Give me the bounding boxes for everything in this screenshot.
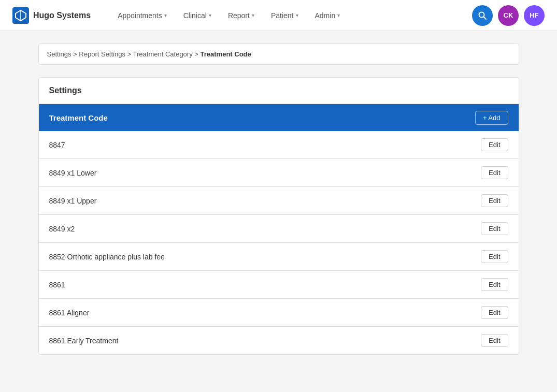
svg-line-4 (484, 17, 487, 19)
nav-item-appointments[interactable]: Appointments▾ (111, 7, 173, 24)
treatment-code-header: Treatment Code + Add (39, 104, 519, 131)
settings-panel: Settings Treatment Code + Add 8847 Edit … (38, 77, 519, 355)
breadcrumb-item-treatment-category[interactable]: Treatment Category (133, 50, 193, 58)
brand-logo-icon (12, 7, 29, 24)
breadcrumb-item-report-settings[interactable]: Report Settings (79, 50, 125, 58)
table-row: 8861 Aligner Edit (39, 299, 519, 327)
edit-button[interactable]: Edit (481, 278, 508, 291)
settings-heading: Settings (39, 78, 519, 104)
edit-button[interactable]: Edit (481, 222, 508, 235)
navbar: Hugo Systems Appointments▾Clinical▾Repor… (0, 0, 557, 31)
nav-item-report[interactable]: Report▾ (222, 7, 261, 24)
chevron-down-icon: ▾ (337, 12, 340, 18)
search-button[interactable] (472, 5, 493, 26)
nav-item-clinical[interactable]: Clinical▾ (177, 7, 218, 24)
nav-label-report: Report (228, 11, 250, 20)
breadcrumb-separator: > (194, 50, 198, 58)
nav-item-patient[interactable]: Patient▾ (265, 7, 305, 24)
avatar-ck[interactable]: CK (498, 5, 519, 26)
breadcrumb-current: Treatment Code (201, 50, 251, 58)
breadcrumb-item-settings[interactable]: Settings (47, 50, 72, 58)
edit-button[interactable]: Edit (481, 250, 508, 263)
edit-button[interactable]: Edit (481, 138, 508, 151)
item-name: 8861 (49, 281, 65, 289)
breadcrumb-separator: > (73, 50, 77, 58)
edit-button[interactable]: Edit (481, 306, 508, 319)
item-name: 8847 (49, 141, 65, 149)
brand-logo-link[interactable]: Hugo Systems (12, 7, 91, 24)
item-name: 8849 x1 Lower (49, 169, 97, 177)
nav-label-appointments: Appointments (118, 11, 162, 20)
nav-label-clinical: Clinical (183, 11, 207, 20)
breadcrumb-separator: > (127, 50, 132, 58)
chevron-down-icon: ▾ (252, 12, 254, 18)
navbar-actions: CK HF (472, 5, 545, 26)
nav-label-admin: Admin (315, 11, 336, 20)
item-name: 8861 Aligner (49, 309, 90, 317)
table-row: 8849 x1 Lower Edit (39, 159, 519, 187)
item-name: 8861 Early Treatment (49, 337, 119, 345)
item-name: 8852 Orthotic appliance plus lab fee (49, 253, 165, 261)
search-icon (478, 11, 487, 20)
table-row: 8861 Edit (39, 271, 519, 299)
chevron-down-icon: ▾ (164, 12, 167, 18)
table-row: 8852 Orthotic appliance plus lab fee Edi… (39, 243, 519, 271)
avatar-hf[interactable]: HF (524, 5, 545, 26)
main-content: Settings > Report Settings > Treatment C… (30, 31, 527, 367)
chevron-down-icon: ▾ (209, 12, 211, 18)
treatment-code-title: Treatment Code (49, 113, 108, 122)
table-row: 8861 Early Treatment Edit (39, 327, 519, 354)
item-name: 8849 x1 Upper (49, 197, 97, 205)
chevron-down-icon: ▾ (296, 12, 298, 18)
table-row: 8849 x1 Upper Edit (39, 187, 519, 215)
navbar-nav: Appointments▾Clinical▾Report▾Patient▾Adm… (111, 7, 472, 24)
nav-label-patient: Patient (271, 11, 294, 20)
add-button[interactable]: + Add (475, 111, 508, 125)
brand-name: Hugo Systems (33, 11, 91, 20)
edit-button[interactable]: Edit (481, 334, 508, 347)
breadcrumb: Settings > Report Settings > Treatment C… (38, 43, 519, 65)
table-row: 8847 Edit (39, 131, 519, 159)
treatment-code-list: 8847 Edit 8849 x1 Lower Edit 8849 x1 Upp… (39, 131, 519, 354)
edit-button[interactable]: Edit (481, 166, 508, 179)
nav-item-admin[interactable]: Admin▾ (309, 7, 347, 24)
edit-button[interactable]: Edit (481, 194, 508, 207)
item-name: 8849 x2 (49, 225, 75, 233)
table-row: 8849 x2 Edit (39, 215, 519, 243)
